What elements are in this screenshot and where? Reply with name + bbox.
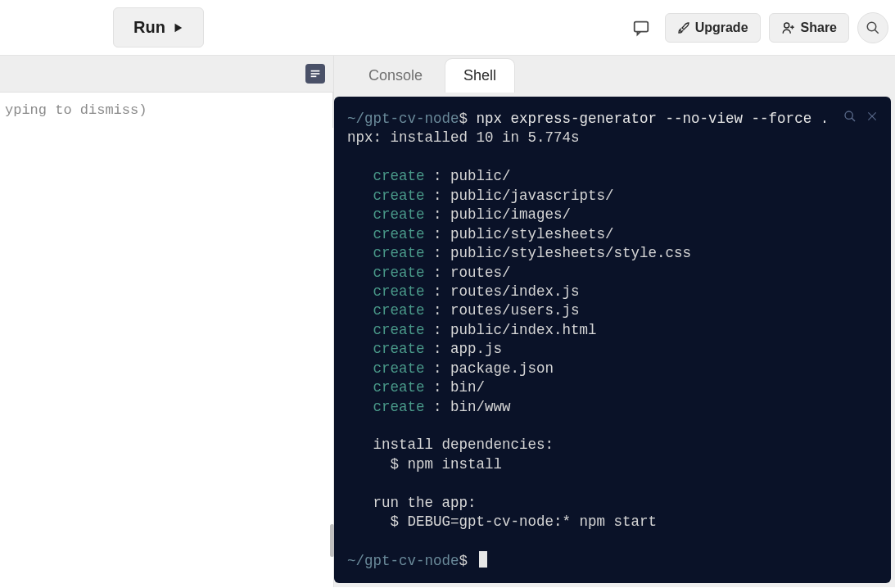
create-line: create : routes/users.js (347, 301, 878, 320)
cursor (479, 551, 487, 568)
terminal-search-button[interactable] (843, 110, 857, 123)
terminal-pane: Console Shell ~/gpt-cv-node$ npx express… (334, 56, 895, 587)
terminal-actions (843, 110, 878, 123)
toolbar-right: Upgrade Share (626, 12, 888, 43)
editor-header (0, 56, 333, 93)
comment-button[interactable] (626, 12, 657, 43)
pane-resize-handle[interactable] (330, 524, 334, 557)
chat-icon (632, 19, 650, 37)
run-heading: run the app: (347, 494, 878, 513)
tab-shell[interactable]: Shell (445, 59, 514, 93)
wrap-toggle-button[interactable] (305, 64, 325, 84)
tab-bar: Console Shell (334, 56, 895, 93)
blank (347, 417, 878, 436)
create-line: create : public/javascripts/ (347, 187, 878, 206)
create-line: create : public/stylesheets/ (347, 225, 878, 244)
search-icon (866, 20, 880, 35)
create-line: create : public/index.html (347, 321, 878, 340)
prompt-path: ~/gpt-cv-node (347, 553, 459, 569)
create-line: create : public/stylesheets/style.css (347, 244, 878, 263)
prompt-line-1: ~/gpt-cv-node$ npx express-generator --n… (347, 110, 878, 129)
terminal-close-button[interactable] (866, 110, 878, 123)
create-line: create : bin/ (347, 378, 878, 397)
search-button[interactable] (857, 12, 888, 43)
npx-output: npx: installed 10 in 5.774s (347, 129, 878, 147)
create-line: create : public/ (347, 167, 878, 186)
person-add-icon (781, 20, 796, 35)
search-icon (843, 110, 857, 123)
blank (347, 148, 878, 167)
rocket-icon (677, 21, 690, 34)
close-icon (866, 111, 878, 122)
toolbar: Run Upgrade Share (0, 0, 895, 56)
prompt-line-2: ~/gpt-cv-node$ (347, 551, 878, 571)
share-label: Share (801, 20, 837, 35)
main-area: yping to dismiss) Console Shell ~/gpt-cv… (0, 56, 895, 587)
share-button[interactable]: Share (769, 13, 849, 43)
create-line: create : public/images/ (347, 206, 878, 224)
wrap-icon (309, 67, 322, 80)
prompt-dollar: $ (459, 553, 468, 569)
upgrade-label: Upgrade (695, 20, 748, 35)
upgrade-button[interactable]: Upgrade (665, 13, 761, 43)
play-icon (172, 22, 183, 34)
svg-point-1 (784, 23, 789, 28)
install-heading: install dependencies: (347, 436, 878, 455)
tab-shell-label: Shell (463, 67, 496, 84)
prompt-dollar: $ (459, 111, 468, 127)
create-line: create : routes/index.js (347, 283, 878, 301)
create-line: create : bin/www (347, 398, 878, 417)
tab-console[interactable]: Console (350, 59, 441, 93)
editor-pane: yping to dismiss) (0, 56, 334, 587)
editor-content[interactable]: yping to dismiss) (0, 93, 333, 128)
blank (347, 532, 878, 551)
run-button[interactable]: Run (113, 7, 204, 47)
terminal[interactable]: ~/gpt-cv-node$ npx express-generator --n… (334, 97, 891, 583)
svg-point-2 (867, 22, 876, 31)
create-line: create : routes/ (347, 264, 878, 283)
svg-line-8 (852, 118, 855, 121)
prompt-path: ~/gpt-cv-node (347, 111, 459, 127)
create-line: create : app.js (347, 340, 878, 359)
editor-hint-text: yping to dismiss) (5, 102, 147, 118)
command-text: npx express-generator --no-view --force … (468, 111, 829, 127)
create-line: create : package.json (347, 360, 878, 378)
svg-rect-0 (634, 21, 648, 31)
run-cmd: $ DEBUG=gpt-cv-node:* npm start (347, 513, 878, 531)
toolbar-left: Run (7, 7, 204, 47)
svg-point-7 (845, 111, 852, 119)
run-button-label: Run (133, 18, 165, 37)
tab-console-label: Console (368, 67, 423, 84)
install-cmd: $ npm install (347, 455, 878, 474)
svg-line-3 (875, 29, 879, 34)
blank (347, 474, 878, 493)
